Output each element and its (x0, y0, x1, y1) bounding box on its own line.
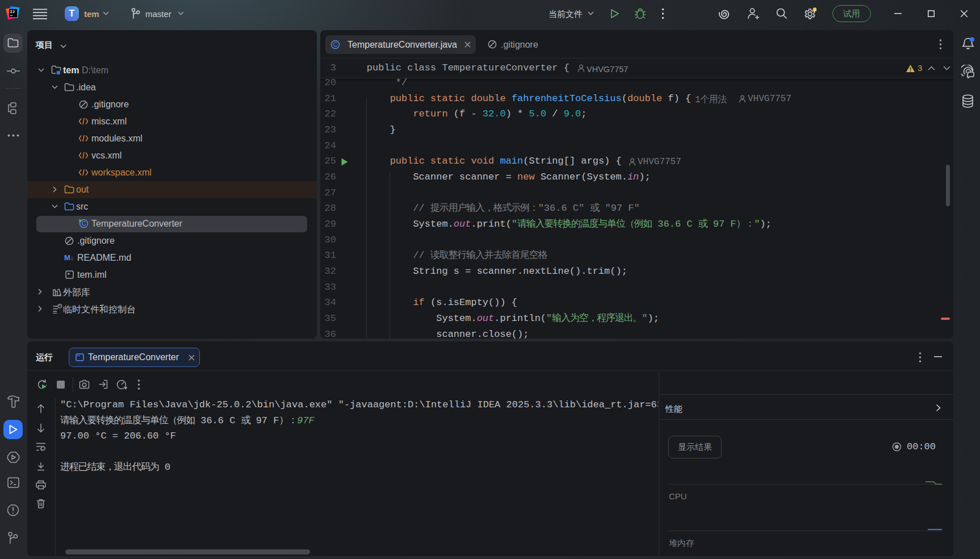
svg-text:C: C (82, 220, 86, 227)
svg-text:C: C (333, 41, 338, 48)
